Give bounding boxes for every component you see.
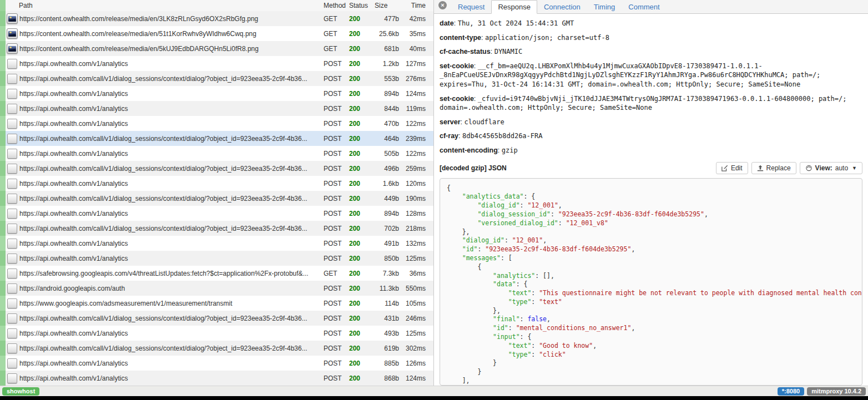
response-header-line[interactable]: set-cookie: _cfuvid=i9t740wBbjvNji_jTK10… [440, 94, 861, 113]
flow-size: 868b [375, 374, 399, 382]
view-mode-button[interactable]: View: auto ▼ [800, 162, 862, 174]
flow-time: 125ms [399, 330, 426, 337]
marker-strip [0, 206, 6, 221]
window-bottom-edge [0, 396, 868, 399]
column-path[interactable]: Path [19, 2, 320, 9]
flow-size: 702b [375, 225, 399, 232]
response-header-line[interactable]: server: cloudflare [440, 118, 861, 127]
header-colon: : [461, 118, 465, 126]
flow-row[interactable]: https://api.owhealth.com/v1/analyticsPOS… [0, 251, 433, 266]
flow-row[interactable]: https://api.owhealth.com/v1/analyticsPOS… [0, 101, 433, 116]
flow-path: https://safebrowsing.googleapis.com/v4/t… [19, 270, 320, 277]
column-size[interactable]: Size [375, 2, 399, 9]
response-header-line[interactable]: cf-ray: 8db4c4565b8dd26a-FRA [440, 131, 861, 141]
flow-size: 894b [375, 90, 399, 98]
upload-icon [757, 165, 764, 171]
response-body-json[interactable]: { "analytics_data": { "dialog_id": "12_0… [440, 178, 862, 386]
flow-row[interactable]: https://api.owhealth.com/v1/analyticsPOS… [0, 356, 433, 371]
flow-status: 200 [349, 195, 375, 202]
json-line: "analytics_data": { [447, 193, 855, 201]
marker-strip [0, 26, 6, 41]
header-name: content-type [440, 34, 481, 42]
flow-row[interactable]: https://api.owhealth.com/v1/analyticsPOS… [0, 326, 433, 341]
flow-method: POST [320, 90, 349, 98]
flow-method: GET [320, 270, 349, 277]
flow-row[interactable]: https://content.owhealth.com/release/med… [0, 11, 433, 26]
flow-row[interactable]: https://api.owhealth.com/call/v1/dialog_… [0, 311, 433, 326]
response-header-line[interactable]: cf-cache-status: DYNAMIC [440, 47, 861, 57]
flow-size: 850b [375, 255, 399, 262]
response-header-line[interactable]: content-type: application/json; charset=… [440, 33, 861, 43]
flow-method: POST [320, 150, 349, 158]
response-header-line[interactable]: set-cookie: __cf_bm=aeQU2q.LHBXPomXlMhb4… [440, 62, 861, 89]
document-file-icon [6, 358, 19, 368]
detail-body: date: Thu, 31 Oct 2024 15:44:31 GMTconte… [434, 14, 868, 386]
edit-button[interactable]: Edit [716, 162, 748, 174]
flow-row[interactable]: https://api.owhealth.com/v1/analyticsPOS… [0, 56, 433, 71]
flow-row[interactable]: https://api.owhealth.com/call/v1/dialog_… [0, 221, 433, 236]
image-file-icon [6, 43, 19, 54]
tab-comment[interactable]: Comment [622, 0, 666, 14]
tab-request[interactable]: Request [451, 0, 491, 14]
flow-row[interactable]: https://api.owhealth.com/call/v1/dialog_… [0, 131, 433, 146]
document-file-icon [6, 328, 19, 338]
flow-method: GET [320, 30, 349, 38]
response-header-line[interactable]: date: Thu, 31 Oct 2024 15:44:31 GMT [440, 19, 861, 28]
replace-button[interactable]: Replace [751, 162, 796, 174]
body-toolbar: [decoded gzip] JSON Edit Replace View: a… [434, 160, 868, 176]
flow-row[interactable]: https://api.owhealth.com/v1/analyticsPOS… [0, 206, 433, 221]
flow-time: 122ms [399, 120, 426, 128]
document-file-icon [6, 283, 19, 293]
header-value: DYNAMIC [494, 48, 523, 55]
flow-path: https://www.googleapis.com/adsmeasuremen… [19, 300, 320, 307]
tab-response[interactable]: Response [491, 0, 537, 14]
flow-row[interactable]: https://api.owhealth.com/v1/analyticsPOS… [0, 176, 433, 191]
close-icon[interactable]: × [438, 1, 447, 9]
flow-row[interactable]: https://safebrowsing.googleapis.com/v4/t… [0, 266, 433, 281]
flow-method: POST [320, 345, 349, 352]
document-file-icon [6, 313, 19, 323]
document-file-icon [6, 179, 19, 189]
flow-row[interactable]: https://api.owhealth.com/call/v1/dialog_… [0, 161, 433, 176]
header-value: 8db4c4565b8dd26a-FRA [462, 132, 543, 140]
flow-time: 128ms [399, 210, 426, 217]
response-header-line[interactable]: content-encoding: gzip [440, 146, 861, 155]
flow-row[interactable]: https://content.owhealth.com/release/med… [0, 41, 433, 56]
column-status[interactable]: Status [349, 2, 375, 9]
tab-timing[interactable]: Timing [587, 0, 622, 14]
flow-path: https://api.owhealth.com/v1/analytics [19, 374, 320, 382]
flow-time: 246ms [399, 315, 426, 322]
flow-row[interactable]: https://api.owhealth.com/v1/analyticsPOS… [0, 146, 433, 161]
marker-strip [0, 341, 6, 356]
flow-size: 491b [375, 240, 399, 247]
marker-strip [0, 236, 6, 251]
showhost-badge[interactable]: showhost [2, 387, 39, 396]
flow-row[interactable]: https://api.owhealth.com/v1/analyticsPOS… [0, 86, 433, 101]
header-name: server [440, 118, 461, 126]
flow-method: POST [320, 180, 349, 188]
header-value: __cf_bm=aeQU2q.LHBXPomXlMhb4u4y1MjmwCuxa… [440, 62, 820, 88]
column-time[interactable]: Time [399, 2, 426, 9]
flow-row[interactable]: https://api.owhealth.com/v1/analyticsPOS… [0, 371, 433, 386]
flow-row[interactable]: https://api.owhealth.com/v1/analyticsPOS… [0, 116, 433, 131]
flow-time: 122ms [399, 150, 426, 158]
flow-row[interactable]: https://content.owhealth.com/release/med… [0, 26, 433, 41]
flow-row[interactable]: https://api.owhealth.com/v1/analyticsPOS… [0, 236, 433, 251]
flow-time: 127ms [399, 60, 426, 68]
header-colon: : [474, 95, 478, 103]
flow-method: POST [320, 255, 349, 262]
tab-connection[interactable]: Connection [537, 0, 587, 14]
flow-method: POST [320, 315, 349, 322]
flow-row[interactable]: https://api.owhealth.com/call/v1/dialog_… [0, 191, 433, 206]
flow-row[interactable]: https://www.googleapis.com/adsmeasuremen… [0, 296, 433, 311]
flow-status: 200 [349, 300, 375, 307]
flow-status: 200 [349, 374, 375, 382]
marker-strip [0, 161, 6, 176]
flow-row[interactable]: https://android.googleapis.com/authPOST2… [0, 281, 433, 296]
flow-row[interactable]: https://api.owhealth.com/call/v1/dialog_… [0, 71, 433, 86]
flow-time: 119ms [399, 105, 426, 113]
column-method[interactable]: Method [320, 2, 349, 9]
flow-method: POST [320, 60, 349, 68]
flow-time: 302ms [399, 345, 426, 352]
flow-row[interactable]: https://api.owhealth.com/call/v1/dialog_… [0, 341, 433, 356]
